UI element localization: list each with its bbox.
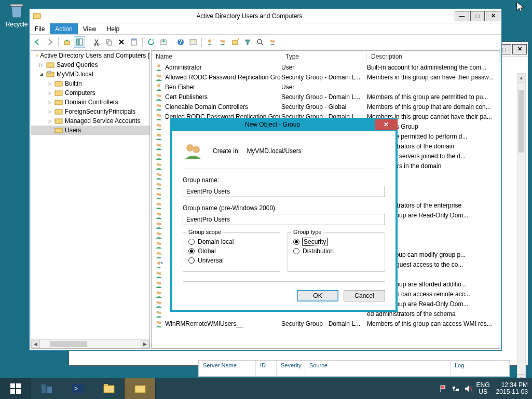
tb-new-group[interactable]	[217, 36, 228, 48]
folder-icon	[54, 89, 63, 97]
tb-cut[interactable]	[91, 36, 102, 48]
tb-forward[interactable]	[44, 36, 56, 48]
cursor-icon	[515, 1, 526, 15]
svg-point-75	[157, 262, 160, 265]
tree-item[interactable]: Computers	[31, 88, 149, 98]
tb-add-to-group[interactable]	[267, 36, 278, 48]
tree-pane[interactable]: Active Directory Users and Computers [ S…	[31, 50, 150, 349]
list-row[interactable]: Allowed RODC Password Replication GroupS…	[152, 72, 500, 82]
svg-rect-90	[10, 383, 15, 388]
scope-universal[interactable]: Universal	[188, 257, 275, 264]
tree-hscrollbar[interactable]: ◀▶	[31, 339, 149, 348]
group-name-input[interactable]	[183, 186, 385, 197]
sound-icon[interactable]	[464, 384, 472, 393]
recycle-bin-icon	[7, 1, 26, 20]
ok-button[interactable]: OK	[297, 290, 338, 301]
tb-new-ou[interactable]: ✦	[229, 36, 241, 48]
tb-up[interactable]	[61, 36, 73, 48]
svg-rect-0	[10, 4, 23, 6]
tree-item[interactable]: Managed Service Accounts	[31, 116, 149, 126]
bg-close-button[interactable]: ✕	[512, 44, 527, 54]
tb-find[interactable]	[254, 36, 266, 48]
tree-domain[interactable]: MyVMD.local	[31, 70, 149, 79]
svg-point-40	[157, 84, 160, 87]
tb-filter[interactable]	[242, 36, 253, 48]
svg-rect-27	[36, 55, 38, 56]
language-indicator[interactable]: ENG US	[476, 382, 490, 395]
tree-item[interactable]: Builtin	[31, 79, 149, 88]
close-button[interactable]: ✕	[486, 11, 500, 21]
tb-containers[interactable]	[187, 36, 199, 48]
tb-help[interactable]: ?	[175, 36, 186, 48]
tb-copy[interactable]	[103, 36, 115, 48]
domain-icon	[46, 71, 54, 78]
group-name-pre-input[interactable]	[183, 214, 385, 225]
tb-properties[interactable]	[128, 36, 140, 48]
tree-root[interactable]: Active Directory Users and Computers [	[31, 51, 149, 60]
titlebar[interactable]: Active Directory Users and Computers — □…	[30, 9, 501, 23]
tree-saved-queries[interactable]: Saved Queries	[31, 60, 149, 70]
type-distribution[interactable]: Distribution	[293, 247, 379, 255]
tb-export[interactable]	[158, 36, 169, 48]
svg-rect-3	[76, 39, 79, 45]
list-row[interactable]: Cloneable Domain ControllersSecurity Gro…	[152, 102, 500, 112]
recycle-bin[interactable]: Recycle	[4, 1, 29, 28]
list-row[interactable]: WinRMRemoteWMIUsers__Security Group - Do…	[152, 319, 500, 328]
bg-scrollbar[interactable]: ▲ ▼	[517, 73, 526, 383]
taskbar-explorer[interactable]	[93, 378, 125, 399]
scope-domain-local[interactable]: Domain local	[188, 238, 275, 245]
menu-view[interactable]: View	[78, 23, 102, 34]
list-row[interactable]: AdministratorUserBuilt-in account for ad…	[152, 62, 500, 72]
svg-point-46	[159, 114, 161, 117]
list-row[interactable]: Cert PublishersSecurity Group - Domain L…	[152, 92, 500, 102]
col-type[interactable]: Type	[281, 51, 367, 62]
minimize-button[interactable]: —	[455, 11, 469, 21]
start-button[interactable]	[0, 378, 31, 399]
svg-rect-92	[10, 389, 15, 394]
tb-refresh[interactable]	[145, 36, 157, 48]
tree-item[interactable]: Users	[31, 126, 149, 135]
menu-help[interactable]: Help	[102, 23, 125, 34]
tb-showhide[interactable]	[74, 36, 85, 48]
col-description[interactable]: Description	[367, 51, 500, 62]
dialog-close-button[interactable]: ✕	[375, 119, 398, 130]
network-icon[interactable]	[452, 384, 460, 393]
svg-rect-35	[55, 119, 62, 123]
svg-point-50	[159, 134, 161, 136]
flag-icon[interactable]	[439, 384, 447, 393]
svg-rect-91	[16, 383, 21, 388]
divider	[183, 169, 385, 169]
tb-delete[interactable]	[116, 36, 127, 48]
list-row[interactable]: Ben FisherUser	[152, 82, 500, 92]
tb-new-user[interactable]: ✦	[204, 36, 216, 48]
menu-action[interactable]: Action	[50, 23, 77, 34]
col-name[interactable]: Name	[152, 51, 281, 62]
lw-source[interactable]: Source	[305, 361, 451, 376]
type-security[interactable]: Security	[293, 238, 379, 245]
lw-id[interactable]: ID	[256, 361, 277, 376]
folder-icon	[54, 127, 63, 134]
lw-severity[interactable]: Severity	[277, 361, 305, 376]
taskbar-aduc[interactable]	[125, 378, 156, 399]
scope-global[interactable]: Global	[188, 247, 275, 255]
svg-rect-33	[55, 100, 62, 105]
tree-item[interactable]: Domain Controllers	[31, 98, 149, 107]
menu-file[interactable]: File	[30, 23, 50, 34]
tree-item[interactable]: ForeignSecurityPrincipals	[31, 107, 149, 116]
taskbar-server-manager[interactable]	[31, 378, 62, 399]
maximize-button[interactable]: □	[470, 11, 485, 21]
lw-server[interactable]: Server Name	[199, 361, 256, 376]
taskbar-powershell[interactable]: >_	[62, 378, 93, 399]
folder-icon	[54, 108, 63, 115]
folder-icon	[54, 117, 63, 125]
windows-logo-icon	[10, 383, 21, 394]
clock[interactable]: 12:34 PM 2015-11-03	[496, 382, 528, 395]
svg-rect-101	[453, 387, 455, 389]
create-in: Create in: MyVMD.local/Users	[213, 147, 302, 155]
tb-back[interactable]	[32, 36, 43, 48]
new-group-dialog: New Object - Group ✕ Create in: MyVMD.lo…	[170, 118, 398, 312]
dialog-titlebar[interactable]: New Object - Group ✕	[170, 118, 398, 131]
lw-log[interactable]: Log	[451, 361, 509, 376]
list-header[interactable]: Name Type Description	[152, 51, 500, 62]
cancel-button[interactable]: Cancel	[344, 290, 385, 301]
